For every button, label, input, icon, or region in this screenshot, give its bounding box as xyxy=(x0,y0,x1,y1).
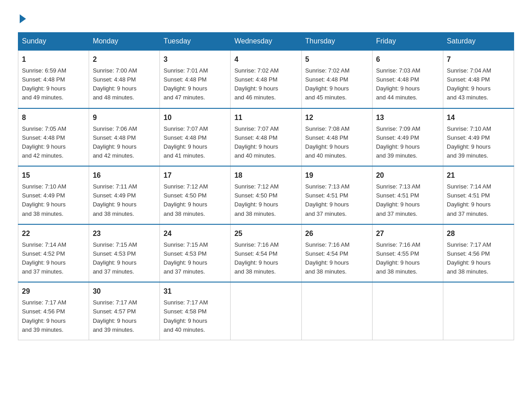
day-info: Sunrise: 7:17 AMSunset: 4:56 PMDaylight:… xyxy=(22,299,66,333)
day-number: 24 xyxy=(163,228,227,239)
calendar-week-row: 1 Sunrise: 6:59 AMSunset: 4:48 PMDayligh… xyxy=(18,50,514,108)
day-info: Sunrise: 7:17 AMSunset: 4:58 PMDaylight:… xyxy=(163,299,208,333)
day-info: Sunrise: 7:05 AMSunset: 4:48 PMDaylight:… xyxy=(22,125,66,159)
day-info: Sunrise: 7:02 AMSunset: 4:48 PMDaylight:… xyxy=(305,67,350,101)
day-number: 29 xyxy=(22,286,85,297)
day-number: 6 xyxy=(376,54,439,65)
calendar-day-cell: 8 Sunrise: 7:05 AMSunset: 4:48 PMDayligh… xyxy=(18,108,89,167)
logo-triangle-icon xyxy=(20,14,26,23)
calendar-body: 1 Sunrise: 6:59 AMSunset: 4:48 PMDayligh… xyxy=(18,50,514,340)
day-info: Sunrise: 7:03 AMSunset: 4:48 PMDaylight:… xyxy=(376,67,420,101)
day-info: Sunrise: 7:17 AMSunset: 4:56 PMDaylight:… xyxy=(447,241,491,275)
day-number: 9 xyxy=(93,112,156,123)
calendar-day-cell: 14 Sunrise: 7:10 AMSunset: 4:49 PMDaylig… xyxy=(443,108,514,167)
logo xyxy=(18,13,26,23)
calendar-day-cell: 9 Sunrise: 7:06 AMSunset: 4:48 PMDayligh… xyxy=(89,108,160,167)
calendar-day-cell: 16 Sunrise: 7:11 AMSunset: 4:49 PMDaylig… xyxy=(89,166,160,224)
calendar-day-cell: 1 Sunrise: 6:59 AMSunset: 4:48 PMDayligh… xyxy=(18,50,89,108)
weekday-header-cell: Friday xyxy=(372,33,443,51)
day-info: Sunrise: 7:12 AMSunset: 4:50 PMDaylight:… xyxy=(163,183,208,217)
calendar-day-cell: 7 Sunrise: 7:04 AMSunset: 4:48 PMDayligh… xyxy=(443,50,514,108)
weekday-header-cell: Tuesday xyxy=(160,33,231,51)
calendar-week-row: 22 Sunrise: 7:14 AMSunset: 4:52 PMDaylig… xyxy=(18,224,514,283)
day-number: 26 xyxy=(305,228,369,239)
day-info: Sunrise: 7:13 AMSunset: 4:51 PMDaylight:… xyxy=(376,183,420,217)
page-header xyxy=(18,13,514,23)
day-info: Sunrise: 7:16 AMSunset: 4:55 PMDaylight:… xyxy=(376,241,420,275)
weekday-header-cell: Saturday xyxy=(443,33,514,51)
calendar-day-cell: 22 Sunrise: 7:14 AMSunset: 4:52 PMDaylig… xyxy=(18,224,89,283)
day-number: 8 xyxy=(22,112,85,123)
day-number: 15 xyxy=(22,170,85,181)
day-number: 5 xyxy=(305,54,369,65)
day-number: 14 xyxy=(447,112,510,123)
day-info: Sunrise: 7:00 AMSunset: 4:48 PMDaylight:… xyxy=(93,67,137,101)
calendar-day-cell: 5 Sunrise: 7:02 AMSunset: 4:48 PMDayligh… xyxy=(301,50,372,108)
day-info: Sunrise: 7:10 AMSunset: 4:49 PMDaylight:… xyxy=(447,125,491,159)
calendar-day-cell: 6 Sunrise: 7:03 AMSunset: 4:48 PMDayligh… xyxy=(372,50,443,108)
day-info: Sunrise: 7:06 AMSunset: 4:48 PMDaylight:… xyxy=(93,125,137,159)
day-info: Sunrise: 7:07 AMSunset: 4:48 PMDaylight:… xyxy=(163,125,208,159)
weekday-header-cell: Thursday xyxy=(301,33,372,51)
weekday-header-cell: Wednesday xyxy=(231,33,301,51)
day-info: Sunrise: 7:01 AMSunset: 4:48 PMDaylight:… xyxy=(163,67,208,101)
calendar-week-row: 15 Sunrise: 7:10 AMSunset: 4:49 PMDaylig… xyxy=(18,166,514,224)
day-number: 21 xyxy=(447,170,510,181)
day-info: Sunrise: 6:59 AMSunset: 4:48 PMDaylight:… xyxy=(22,67,66,101)
day-info: Sunrise: 7:02 AMSunset: 4:48 PMDaylight:… xyxy=(234,67,279,101)
weekday-header-cell: Monday xyxy=(89,33,160,51)
calendar-day-cell: 15 Sunrise: 7:10 AMSunset: 4:49 PMDaylig… xyxy=(18,166,89,224)
calendar-week-row: 8 Sunrise: 7:05 AMSunset: 4:48 PMDayligh… xyxy=(18,108,514,167)
calendar-day-cell: 26 Sunrise: 7:16 AMSunset: 4:54 PMDaylig… xyxy=(301,224,372,283)
calendar-day-cell xyxy=(443,282,514,340)
day-info: Sunrise: 7:14 AMSunset: 4:51 PMDaylight:… xyxy=(447,183,491,217)
day-info: Sunrise: 7:13 AMSunset: 4:51 PMDaylight:… xyxy=(305,183,350,217)
day-info: Sunrise: 7:16 AMSunset: 4:54 PMDaylight:… xyxy=(234,241,279,275)
calendar-day-cell: 19 Sunrise: 7:13 AMSunset: 4:51 PMDaylig… xyxy=(301,166,372,224)
day-number: 2 xyxy=(93,54,156,65)
calendar-day-cell xyxy=(231,282,301,340)
weekday-header-cell: Sunday xyxy=(18,33,89,51)
calendar-day-cell: 29 Sunrise: 7:17 AMSunset: 4:56 PMDaylig… xyxy=(18,282,89,340)
day-number: 27 xyxy=(376,228,439,239)
day-number: 16 xyxy=(93,170,156,181)
day-info: Sunrise: 7:15 AMSunset: 4:53 PMDaylight:… xyxy=(163,241,208,275)
calendar-day-cell: 25 Sunrise: 7:16 AMSunset: 4:54 PMDaylig… xyxy=(231,224,301,283)
weekday-header-row: SundayMondayTuesdayWednesdayThursdayFrid… xyxy=(18,33,514,51)
calendar-day-cell: 2 Sunrise: 7:00 AMSunset: 4:48 PMDayligh… xyxy=(89,50,160,108)
day-number: 25 xyxy=(234,228,297,239)
calendar-day-cell: 23 Sunrise: 7:15 AMSunset: 4:53 PMDaylig… xyxy=(89,224,160,283)
day-info: Sunrise: 7:15 AMSunset: 4:53 PMDaylight:… xyxy=(93,241,137,275)
calendar-day-cell xyxy=(301,282,372,340)
day-number: 7 xyxy=(447,54,510,65)
calendar-day-cell: 20 Sunrise: 7:13 AMSunset: 4:51 PMDaylig… xyxy=(372,166,443,224)
day-info: Sunrise: 7:10 AMSunset: 4:49 PMDaylight:… xyxy=(22,183,66,217)
day-number: 28 xyxy=(447,228,510,239)
day-info: Sunrise: 7:17 AMSunset: 4:57 PMDaylight:… xyxy=(93,299,137,333)
day-number: 31 xyxy=(163,286,227,297)
day-number: 18 xyxy=(234,170,297,181)
day-number: 19 xyxy=(305,170,369,181)
day-number: 3 xyxy=(163,54,227,65)
calendar-week-row: 29 Sunrise: 7:17 AMSunset: 4:56 PMDaylig… xyxy=(18,282,514,340)
calendar-day-cell: 13 Sunrise: 7:09 AMSunset: 4:49 PMDaylig… xyxy=(372,108,443,167)
day-number: 4 xyxy=(234,54,297,65)
day-number: 13 xyxy=(376,112,439,123)
calendar-day-cell: 21 Sunrise: 7:14 AMSunset: 4:51 PMDaylig… xyxy=(443,166,514,224)
day-number: 11 xyxy=(234,112,297,123)
day-number: 1 xyxy=(22,54,85,65)
calendar-day-cell xyxy=(372,282,443,340)
day-number: 23 xyxy=(93,228,156,239)
day-info: Sunrise: 7:14 AMSunset: 4:52 PMDaylight:… xyxy=(22,241,66,275)
calendar-day-cell: 30 Sunrise: 7:17 AMSunset: 4:57 PMDaylig… xyxy=(89,282,160,340)
calendar-day-cell: 11 Sunrise: 7:07 AMSunset: 4:48 PMDaylig… xyxy=(231,108,301,167)
day-info: Sunrise: 7:11 AMSunset: 4:49 PMDaylight:… xyxy=(93,183,137,217)
calendar-day-cell: 31 Sunrise: 7:17 AMSunset: 4:58 PMDaylig… xyxy=(160,282,231,340)
day-info: Sunrise: 7:07 AMSunset: 4:48 PMDaylight:… xyxy=(234,125,279,159)
calendar-day-cell: 17 Sunrise: 7:12 AMSunset: 4:50 PMDaylig… xyxy=(160,166,231,224)
day-number: 17 xyxy=(163,170,227,181)
day-number: 22 xyxy=(22,228,85,239)
calendar-day-cell: 4 Sunrise: 7:02 AMSunset: 4:48 PMDayligh… xyxy=(231,50,301,108)
calendar-day-cell: 27 Sunrise: 7:16 AMSunset: 4:55 PMDaylig… xyxy=(372,224,443,283)
day-info: Sunrise: 7:12 AMSunset: 4:50 PMDaylight:… xyxy=(234,183,279,217)
